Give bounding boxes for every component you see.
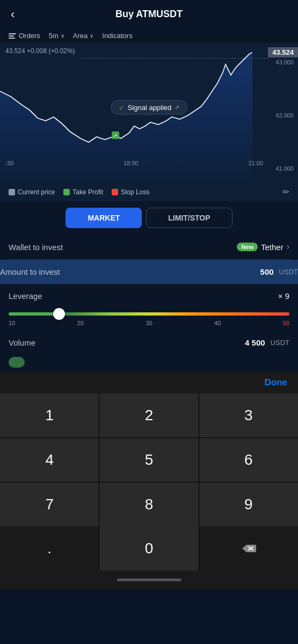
amount-currency: USDT — [279, 268, 298, 276]
legend-dot-green — [63, 189, 70, 195]
amount-value: 500 — [260, 267, 274, 276]
signal-label: Signal applied — [128, 103, 172, 111]
orders-label: Orders — [19, 32, 40, 40]
home-indicator — [0, 570, 298, 589]
slider-label-10: 10 — [9, 320, 15, 326]
limit-stop-tab[interactable]: LIMIT/STOP — [146, 208, 232, 228]
legend-dot-red — [112, 189, 118, 195]
y-label-3: 41.000 — [268, 165, 294, 172]
header: ‹ Buy ATMUSDT — [0, 0, 298, 28]
indicators-label: Indicators — [102, 32, 132, 40]
y-label-1: 43.000 — [268, 59, 294, 65]
market-tab[interactable]: MARKET — [66, 208, 142, 228]
wallet-label: Wallet to invest — [9, 243, 63, 252]
key-5[interactable]: 5 — [99, 438, 198, 482]
key-1[interactable]: 1 — [0, 393, 99, 437]
key-6[interactable]: 6 — [199, 438, 298, 482]
wallet-currency: Tether — [261, 243, 284, 252]
key-8[interactable]: 8 — [99, 482, 198, 526]
slider-label-40: 40 — [214, 320, 221, 326]
home-bar — [117, 579, 181, 581]
form-section: Wallet to invest New Tether › — [0, 235, 298, 260]
svg-text:↗: ↗ — [113, 133, 118, 138]
chart-type-chevron-icon: ∨ — [90, 33, 93, 39]
orders-icon — [9, 33, 16, 39]
volume-row: Volume 4 500 USDT — [9, 333, 289, 353]
edit-icon[interactable]: ✏ — [282, 187, 289, 197]
legend-current-price: Current price — [9, 188, 55, 196]
slider-labels: 10 20 30 40 50 — [9, 320, 289, 328]
new-badge: New — [237, 243, 258, 251]
indicators-button[interactable]: Indicators — [102, 32, 132, 40]
key-4[interactable]: 4 — [0, 438, 99, 482]
slider-label-50: 50 — [283, 320, 289, 326]
volume-currency: USDT — [271, 339, 289, 347]
back-button[interactable]: ‹ — [11, 8, 14, 21]
leverage-slider-track[interactable] — [9, 312, 289, 316]
order-tabs: MARKET LIMIT/STOP — [0, 201, 298, 235]
timeframe-chevron-icon: ∨ — [61, 33, 64, 39]
chart-toolbar: Orders 5m ∨ Area ∨ Indicators — [0, 28, 298, 43]
key-delete[interactable] — [199, 526, 298, 570]
partial-row — [9, 353, 289, 372]
volume-label: Volume — [9, 338, 35, 347]
y-label-2: 42.000 — [268, 112, 294, 119]
legend-take-profit-label: Take Profit — [72, 188, 103, 196]
wallet-row[interactable]: Wallet to invest New Tether › — [9, 235, 289, 260]
amount-value-group: 500 USDT — [260, 267, 298, 276]
timeframe-selector[interactable]: 5m ∨ — [49, 32, 64, 40]
page-title: Buy ATMUSDT — [11, 9, 287, 20]
chart-area: 43.524 +0.008 (+0.02%) 43.524 ↗ 43.000 4… — [0, 43, 298, 182]
form-section-2: Leverage × 9 10 20 30 40 50 Volume 4 500… — [0, 284, 298, 372]
orders-button[interactable]: Orders — [9, 32, 40, 40]
key-zero-row: . 0 — [0, 526, 298, 570]
legend-current-price-label: Current price — [18, 188, 55, 196]
chart-legend: Current price Take Profit Stop Loss ✏ — [0, 182, 298, 201]
x-label-3: 21:00 — [248, 160, 263, 166]
legend-take-profit: Take Profit — [63, 188, 103, 196]
key-2[interactable]: 2 — [99, 393, 198, 437]
leverage-slider-container: 10 20 30 40 50 — [9, 312, 289, 333]
slider-label-30: 30 — [146, 320, 152, 326]
signal-check-icon: ✓ — [119, 103, 125, 111]
signal-arrow-icon: ↗ — [175, 104, 179, 111]
keyboard-done-button[interactable]: Done — [0, 372, 298, 393]
keyboard-grid: 1 2 3 4 5 6 7 8 9 — [0, 393, 298, 526]
signal-badge[interactable]: ✓ Signal applied ↗ — [111, 100, 188, 114]
volume-value-group: 4 500 USDT — [245, 338, 289, 347]
wallet-value-group: New Tether › — [237, 242, 289, 252]
timeframe-label: 5m — [49, 32, 59, 40]
chart-x-axis: :30 18:00 21:00 — [0, 160, 268, 166]
chart-type-label: Area — [73, 32, 88, 40]
key-0[interactable]: 0 — [99, 526, 198, 570]
leverage-value: × 9 — [278, 291, 289, 301]
x-label-1: :30 — [5, 160, 13, 166]
key-7[interactable]: 7 — [0, 482, 99, 526]
key-9[interactable]: 9 — [199, 482, 298, 526]
keyboard: Done 1 2 3 4 5 6 7 8 9 . 0 — [0, 372, 298, 570]
slider-label-20: 20 — [77, 320, 84, 326]
key-3[interactable]: 3 — [199, 393, 298, 437]
wallet-chevron-icon: › — [287, 242, 289, 252]
leverage-slider-thumb[interactable] — [53, 308, 65, 320]
x-label-2: 18:00 — [123, 160, 139, 166]
legend-dot-gray — [9, 189, 15, 195]
key-dot[interactable]: . — [0, 526, 99, 570]
legend-stop-loss-label: Stop Loss — [121, 188, 149, 196]
amount-row[interactable]: Amount to invest 500 USDT — [0, 260, 298, 284]
legend-stop-loss: Stop Loss — [112, 188, 149, 196]
volume-value: 4 500 — [245, 338, 265, 347]
chart-y-axis: 43.000 42.000 41.000 — [268, 43, 298, 182]
leverage-label: Leverage — [9, 291, 42, 301]
leverage-row: Leverage × 9 — [9, 284, 289, 308]
amount-label: Amount to invest — [0, 267, 60, 276]
chart-type-selector[interactable]: Area ∨ — [73, 32, 93, 40]
